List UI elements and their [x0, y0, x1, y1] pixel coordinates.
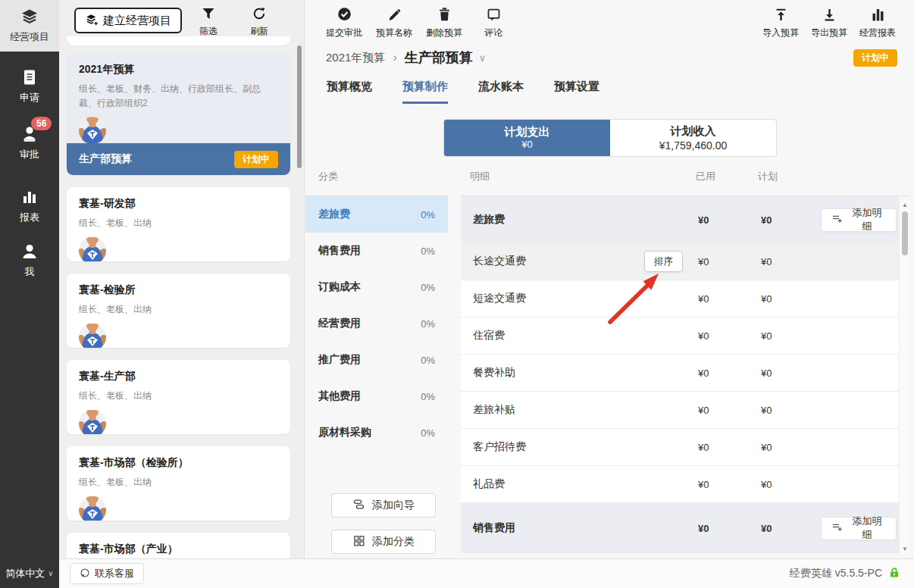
sidebar-item-reports[interactable]: 报表	[0, 188, 59, 224]
sidebar-item-label: 我	[25, 265, 35, 279]
project-card[interactable]: 寰基-研发部 组长、老板、出纳	[67, 187, 290, 261]
person-icon	[20, 242, 39, 261]
category-percent: 0%	[421, 209, 435, 220]
detail-row[interactable]: 长途交通费 排序 ¥0 ¥0	[461, 243, 899, 280]
detail-row[interactable]: 客户招待费 ¥0 ¥0	[461, 429, 899, 466]
bar-chart-icon	[20, 188, 39, 206]
category-percent: 0%	[421, 391, 435, 402]
category-item[interactable]: 推广费用 0%	[305, 342, 448, 378]
toggle-label: 计划收入	[671, 124, 716, 139]
member-avatar	[79, 410, 106, 434]
scrolled-card-remnant[interactable]	[67, 36, 290, 45]
category-item[interactable]: 订购成本 0%	[305, 269, 448, 305]
import-budget-button[interactable]: 导入预算	[762, 7, 799, 39]
planned-income-toggle[interactable]: 计划收入 ¥1,759,460.00	[610, 120, 776, 156]
toggle-value: ¥1,759,460.00	[659, 139, 728, 152]
breadcrumb-separator-icon: ›	[393, 51, 396, 64]
category-percent: 0%	[421, 282, 435, 293]
rename-budget-button[interactable]: 预算名称	[376, 7, 412, 39]
tab-settings[interactable]: 预算设置	[554, 74, 599, 104]
project-card[interactable]: 寰基-生产部 组长、老板、出纳	[67, 360, 290, 434]
sub-budget-row[interactable]: 生产部预算 计划中	[67, 143, 290, 175]
download-icon	[822, 7, 837, 25]
member-avatar	[79, 237, 106, 261]
category-item[interactable]: 差旅费 0%	[305, 196, 448, 233]
category-item[interactable]: 其他费用 0%	[305, 378, 448, 414]
budget-content: 计划支出 ¥0 计划收入 ¥1,759,460.00 分类 明细 已用 计划 差…	[305, 106, 914, 558]
action-label: 导入预算	[762, 27, 799, 39]
planned-value: ¥0	[761, 214, 821, 226]
add-detail-button[interactable]: 添加明细	[821, 517, 897, 540]
category-name: 原材料采购	[318, 426, 421, 439]
language-selector[interactable]: 简体中文 ∨	[0, 558, 59, 588]
comment-button[interactable]: 评论	[476, 7, 511, 39]
sidebar-item-approval[interactable]: 56 审批	[0, 125, 59, 161]
detail-name: 客户招待费	[473, 440, 698, 454]
sort-button[interactable]: 排序	[644, 251, 683, 272]
funnel-icon	[201, 6, 216, 23]
page-title: 生产部预算	[405, 48, 473, 67]
sidebar-item-apply[interactable]: 申请	[0, 68, 59, 105]
refresh-button[interactable]: 刷新	[243, 6, 276, 38]
sidebar-item-me[interactable]: 我	[0, 242, 59, 279]
chevron-down-icon[interactable]: ∨	[479, 52, 487, 64]
business-report-button[interactable]: 经营报表	[859, 7, 896, 39]
projects-panel: 建立经营项目 筛选 刷新 2021年预算 组长、老板、财务、出纳、行政部组长、副…	[59, 0, 305, 588]
delete-budget-button[interactable]: 删除预算	[426, 7, 462, 39]
project-roles: 组长、老板、出纳	[67, 470, 290, 489]
detail-name: 长途交通费	[473, 255, 526, 268]
check-circle-icon	[336, 7, 352, 25]
projects-scrollbar[interactable]	[297, 45, 302, 168]
category-name: 差旅费	[318, 208, 421, 221]
detail-row[interactable]: 短途交通费 ¥0 ¥0	[461, 280, 899, 317]
scroll-up-icon[interactable]: ▲	[900, 202, 910, 208]
contact-support-button[interactable]: 联系客服	[70, 563, 144, 584]
lock-icon	[888, 566, 900, 581]
used-value: ¥0	[698, 330, 761, 342]
planned-value: ¥0	[761, 293, 821, 305]
tab-overview[interactable]: 预算概览	[327, 74, 372, 104]
scrollbar-thumb[interactable]	[902, 211, 908, 255]
detail-row[interactable]: 礼品费 ¥0 ¥0	[461, 466, 899, 503]
used-value: ¥0	[698, 523, 761, 534]
add-category-button[interactable]: 添加分类	[331, 530, 436, 554]
sidebar-item-label: 审批	[20, 148, 39, 161]
planned-expense-toggle[interactable]: 计划支出 ¥0	[444, 120, 610, 156]
project-roles: 组长、老板、出纳	[67, 383, 290, 403]
scroll-down-icon[interactable]: ▼	[900, 546, 910, 552]
plan-toggle: 计划支出 ¥0 计划收入 ¥1,759,460.00	[443, 119, 777, 157]
submit-approval-button[interactable]: 提交审批	[326, 7, 362, 39]
used-value: ¥0	[698, 405, 761, 416]
project-card[interactable]: 寰基-市场部（检验所） 组长、老板、出纳	[67, 446, 290, 521]
pencil-icon	[387, 7, 402, 25]
filter-button[interactable]: 筛选	[192, 6, 225, 38]
app-version: 经费英雄 v5.5.5-PC	[790, 566, 900, 581]
sidebar-item-projects[interactable]: 经营项目	[0, 0, 59, 52]
category-item[interactable]: 销售费用 0%	[305, 233, 448, 269]
create-project-button[interactable]: 建立经营项目	[74, 8, 182, 33]
export-budget-button[interactable]: 导出预算	[811, 7, 847, 39]
detail-row[interactable]: 住宿费 ¥0 ¥0	[461, 317, 899, 355]
details-table: 差旅费 ¥0 ¥0 添加明细	[461, 195, 909, 196]
tab-ledger[interactable]: 流水账本	[478, 74, 524, 104]
sub-budget-name: 生产部预算	[79, 152, 234, 166]
document-icon	[20, 68, 39, 86]
detail-name-cell: 长途交通费 排序	[473, 251, 698, 272]
project-title: 寰基-生产部	[67, 360, 290, 383]
tab-making[interactable]: 预算制作	[402, 74, 448, 104]
detail-group-row: 差旅费 ¥0 ¥0 添加明细	[461, 196, 899, 243]
detail-name: 住宿费	[473, 329, 698, 342]
table-scrollbar[interactable]: ▲ ▼	[899, 199, 909, 555]
detail-row[interactable]: 差旅补贴 ¥0 ¥0	[461, 392, 899, 429]
project-card[interactable]: 寰基-检验所 组长、老板、出纳	[67, 274, 290, 348]
category-item[interactable]: 经营费用 0%	[305, 305, 448, 342]
version-label: 经费英雄 v5.5.5-PC	[790, 567, 882, 580]
add-wizard-button[interactable]: 添加向导	[331, 493, 436, 518]
category-percent: 0%	[421, 246, 435, 257]
category-item[interactable]: 原材料采购 0%	[305, 414, 448, 451]
used-value: ¥0	[698, 214, 761, 226]
add-detail-button[interactable]: 添加明细	[821, 208, 897, 232]
breadcrumb-parent[interactable]: 2021年预算	[326, 51, 385, 65]
project-card-2021[interactable]: 2021年预算 组长、老板、财务、出纳、行政部组长、副总裁、行政部组织2 生产部…	[67, 53, 290, 175]
detail-row[interactable]: 餐费补助 ¥0 ¥0	[461, 355, 899, 392]
